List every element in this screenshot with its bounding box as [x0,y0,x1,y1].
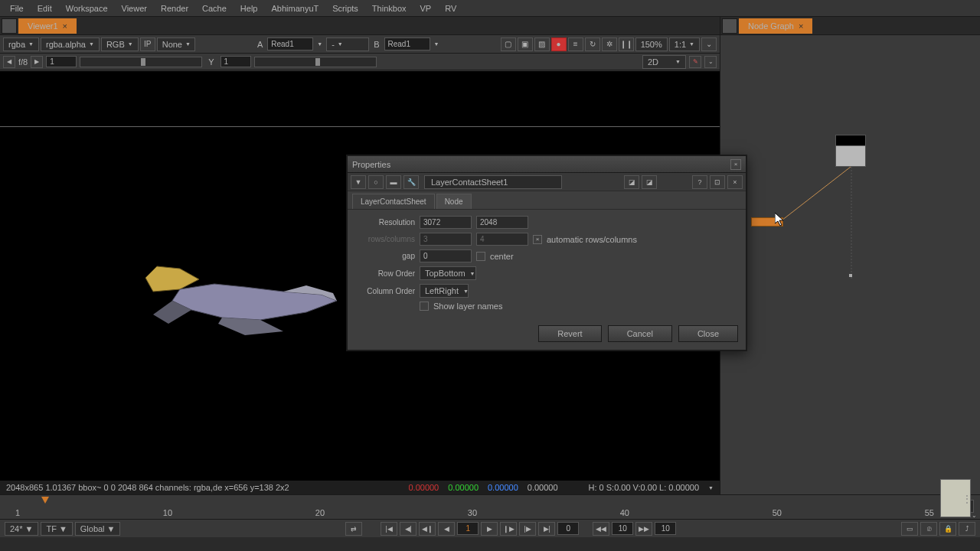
a-input[interactable]: Read1 [267,37,313,51]
nodegraph-tab[interactable]: Node Graph × [739,18,812,34]
cancel-button[interactable]: Cancel [608,325,672,342]
prev-key-icon[interactable]: ◀| [400,522,416,536]
b-input[interactable]: Read1 [384,37,430,51]
clip-select[interactable]: None▼ [157,37,195,51]
ratio-select[interactable]: 1:1▼ [669,37,700,51]
menu-file[interactable]: File [3,2,31,15]
tab-layercontactsheet[interactable]: LayerContactSheet [352,194,435,209]
next-key-icon[interactable]: |▶ [519,522,536,536]
menu-user[interactable]: AbhimanyuT [264,2,325,15]
stripes-icon[interactable]: ▨ [534,37,550,51]
menu-vp[interactable]: VP [413,2,439,15]
center-checkbox[interactable] [476,252,485,261]
fps-select[interactable]: 24*▼ [5,522,38,536]
node-dot[interactable] [849,274,852,277]
close-button[interactable]: Close [678,325,738,342]
skip-back-icon[interactable]: ◀◀ [593,522,609,536]
frame-x-input[interactable]: 1 [46,56,77,67]
alpha-select[interactable]: rgba.alpha▼ [41,37,100,51]
pencil-icon[interactable]: ✎ [689,56,701,68]
menu-workspace[interactable]: Workspace [59,2,115,15]
lines-icon[interactable]: ≡ [568,37,583,51]
last-frame-icon[interactable]: ▶| [538,522,555,536]
refresh-icon[interactable]: ↻ [585,37,600,51]
monitor-icon[interactable]: ⎚ [920,522,937,536]
node-name-input[interactable]: LayerContactSheet1 [424,175,562,189]
tab-node[interactable]: Node [436,194,472,209]
first-frame-icon[interactable]: |◀ [381,522,397,536]
colorder-select[interactable]: LeftRight▼ [420,284,469,298]
dialog-titlebar[interactable]: Properties × [348,156,746,173]
tf-select[interactable]: TF▼ [41,522,72,536]
gap-input[interactable]: 0 [420,249,472,262]
chevron-down-icon[interactable]: ⌄ [704,56,717,68]
pane-menu-icon[interactable] [722,18,737,34]
node-layercontactsheet[interactable] [751,217,783,227]
menu-help[interactable]: Help [234,2,265,15]
wipe-select[interactable]: -▼ [326,37,369,51]
pause-icon[interactable]: ❙❙ [619,37,634,51]
resolution-height-input[interactable]: 2048 [476,216,528,229]
menu-viewer[interactable]: Viewer [115,2,154,15]
sync-icon[interactable]: ⇄ [345,522,362,536]
step-fwd-icon[interactable]: ❙▶ [500,522,517,536]
timeline[interactable]: 110 2030 4050 55 55 ⌄ [0,494,980,519]
auto-rowscols-checkbox[interactable]: × [533,235,542,244]
menu-render[interactable]: Render [154,2,195,15]
menu-scripts[interactable]: Scripts [325,2,365,15]
menu-thinkbox[interactable]: Thinkbox [365,2,413,15]
next-frame-icon[interactable]: ▶ [31,56,43,68]
channels-select[interactable]: RGB▼ [101,37,139,51]
roworder-select[interactable]: TopBottom▼ [420,266,476,280]
chevron-down-icon[interactable]: ⌄ [701,37,717,51]
node-read1[interactable] [835,135,866,167]
last-input[interactable]: 0 [557,522,579,535]
pane-menu-icon[interactable] [2,18,17,34]
wrench-icon[interactable]: 🔧 [403,175,419,189]
skip-fwd-input[interactable]: 10 [655,522,676,535]
record-icon[interactable]: ● [551,37,567,51]
help-icon[interactable]: ? [692,175,707,189]
nodegraph-canvas[interactable] [720,35,980,494]
dialog-collapse-icon[interactable]: × [730,159,741,170]
collapse-icon[interactable]: ▼ [351,175,366,189]
close-icon[interactable]: × [727,175,743,189]
menu-cache[interactable]: Cache [195,2,234,15]
current-frame-input[interactable]: 1 [457,522,479,535]
undock-icon[interactable]: ⊡ [710,175,725,189]
scope-select[interactable]: Global▼ [75,522,121,536]
close-icon[interactable]: × [799,21,803,31]
skip-back-input[interactable]: 10 [612,522,633,535]
lock-icon[interactable]: 🔒 [939,522,956,536]
playhead-icon[interactable] [41,497,49,504]
gamma-slider[interactable] [254,57,377,67]
rows-input[interactable]: 3 [420,233,472,246]
play-icon[interactable]: ▶ [481,522,498,536]
chevron-down-icon[interactable]: ⌄ [972,512,977,519]
cols-input[interactable]: 4 [476,233,528,246]
close-icon[interactable]: × [63,21,67,31]
menu-rv[interactable]: RV [438,2,463,15]
edit-icon[interactable]: ◪ [624,175,639,189]
zoom-select[interactable]: 150% [635,37,668,51]
menu-edit[interactable]: Edit [31,2,59,15]
gear-icon[interactable]: ✲ [602,37,617,51]
gain-slider[interactable] [80,57,202,67]
revert-button[interactable]: Revert [538,325,601,342]
roi-icon[interactable]: ▢ [501,37,516,51]
shownames-checkbox[interactable] [420,302,429,311]
proxy-icon[interactable]: ▣ [518,37,533,51]
prev-frame-icon[interactable]: ◀ [3,56,15,68]
target-icon[interactable]: ▬ [386,175,401,189]
navigator-thumbnail[interactable]: ⋮ [940,479,971,517]
ip-button[interactable]: IP [140,37,155,51]
skip-fwd-icon[interactable]: ▶▶ [635,522,652,536]
play-back-icon[interactable]: ◀ [438,522,455,536]
export-icon[interactable]: ⤴ [959,522,975,536]
edit2-icon[interactable]: ◪ [642,175,657,189]
layer-select[interactable]: rgba▼ [3,37,39,51]
center-icon[interactable]: ○ [368,175,384,189]
frame-y-input[interactable]: 1 [220,56,251,67]
resolution-width-input[interactable]: 3072 [420,216,472,229]
step-back-icon[interactable]: ◀❙ [419,522,436,536]
